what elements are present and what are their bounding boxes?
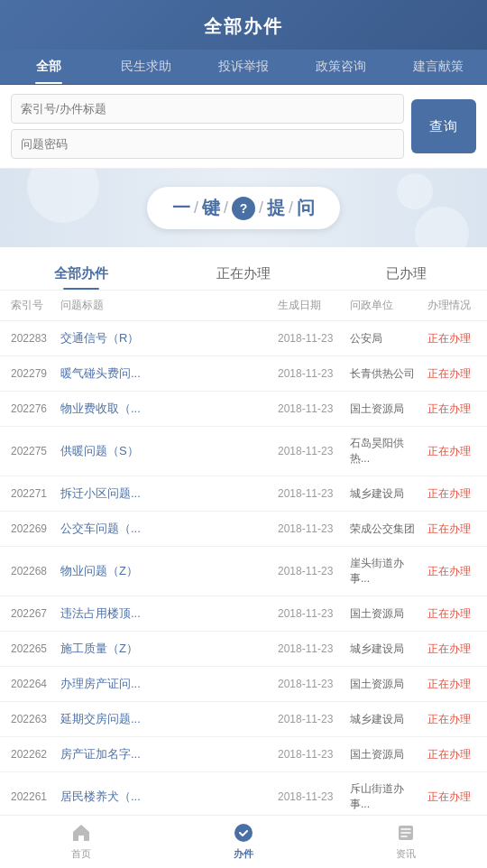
cell-date: 2018-11-23	[278, 678, 350, 690]
cell-id: 202265	[11, 642, 60, 655]
tab-minsheng[interactable]: 民生求助	[97, 50, 195, 84]
cell-status: 正在办理	[422, 564, 476, 579]
cell-title: 房产证加名字...	[60, 746, 278, 762]
tab-all[interactable]: 全部	[0, 50, 97, 84]
table-row[interactable]: 202269 公交车问题（... 2018-11-23 荣成公交集团 正在办理	[0, 512, 487, 547]
cell-id: 202268	[11, 565, 60, 577]
cell-id: 202275	[11, 445, 60, 457]
cell-dept: 公安局	[350, 331, 422, 346]
cell-status: 正在办理	[422, 642, 476, 657]
cell-date: 2018-11-23	[278, 607, 350, 620]
search-index-input[interactable]	[11, 94, 404, 124]
table-row[interactable]: 202264 办理房产证问... 2018-11-23 国土资源局 正在办理	[0, 667, 487, 702]
banner-deco-circle-3	[397, 173, 433, 209]
cell-id: 202271	[11, 487, 60, 500]
search-button[interactable]: 查询	[411, 99, 476, 153]
cell-dept: 城乡建设局	[350, 712, 422, 727]
cell-date: 2018-11-23	[278, 487, 350, 500]
page-header: 全部办件	[0, 0, 487, 50]
cell-status: 正在办理	[422, 331, 476, 346]
nav-work-label: 办件	[234, 847, 253, 861]
cell-status: 正在办理	[422, 712, 476, 727]
cell-date: 2018-11-23	[278, 332, 350, 345]
sub-tab-inprogress[interactable]: 正在办理	[162, 258, 325, 290]
table-row[interactable]: 202262 房产证加名字... 2018-11-23 国土资源局 正在办理	[0, 737, 487, 772]
work-icon	[232, 821, 255, 845]
cell-title: 施工质量（Z）	[60, 641, 278, 657]
cell-status: 正在办理	[422, 522, 476, 537]
tab-jianyan[interactable]: 建言献策	[390, 50, 487, 84]
cell-status: 正在办理	[422, 444, 476, 459]
table-row[interactable]: 202283 交通信号（R） 2018-11-23 公安局 正在办理	[0, 321, 487, 356]
cell-date: 2018-11-23	[278, 642, 350, 655]
cell-title: 延期交房问题...	[60, 711, 278, 727]
cell-dept: 长青供热公司	[350, 366, 422, 382]
cell-date: 2018-11-23	[278, 748, 350, 761]
cell-dept: 国土资源局	[350, 677, 422, 692]
cell-dept: 国土资源局	[350, 402, 422, 417]
cell-dept: 荣成公交集团	[350, 522, 422, 537]
cell-title: 公交车问题（...	[60, 521, 278, 537]
cell-id: 202269	[11, 522, 60, 535]
news-icon	[394, 821, 418, 845]
nav-news[interactable]: 资讯	[325, 821, 487, 861]
cell-id: 202283	[11, 332, 60, 345]
table-row[interactable]: 202276 物业费收取（... 2018-11-23 国土资源局 正在办理	[0, 392, 487, 427]
cell-date: 2018-11-23	[278, 367, 350, 380]
cell-status: 正在办理	[422, 486, 476, 502]
col-header-id: 索引号	[11, 298, 60, 313]
tab-tousu[interactable]: 投诉举报	[195, 50, 292, 84]
cell-dept: 崖头街道办事...	[350, 556, 422, 586]
tab-zhengce[interactable]: 政策咨询	[292, 50, 390, 84]
banner-char-1: 一	[172, 196, 190, 220]
banner-slash-1: /	[194, 199, 198, 217]
search-inputs	[11, 94, 404, 159]
cell-date: 2018-11-23	[278, 402, 350, 415]
banner: 一 / 键 / ? / 提 / 问	[0, 169, 487, 247]
banner-slash-2: /	[224, 199, 228, 217]
cell-status: 正在办理	[422, 790, 476, 805]
cell-dept: 石岛昊阳供热...	[350, 436, 422, 466]
cell-date: 2018-11-23	[278, 565, 350, 577]
cell-title: 交通信号（R）	[60, 330, 278, 346]
table-row[interactable]: 202268 物业问题（Z） 2018-11-23 崖头街道办事... 正在办理	[0, 547, 487, 596]
banner-deco-circle-2	[415, 207, 469, 247]
table-row[interactable]: 202265 施工质量（Z） 2018-11-23 城乡建设局 正在办理	[0, 632, 487, 667]
col-header-dept: 问政单位	[350, 298, 422, 313]
banner-question-icon: ?	[232, 197, 255, 220]
cell-date: 2018-11-23	[278, 522, 350, 535]
nav-work[interactable]: 办件	[162, 821, 325, 861]
table-header: 索引号 问题标题 生成日期 问政单位 办理情况	[0, 291, 487, 321]
table-body: 202283 交通信号（R） 2018-11-23 公安局 正在办理 20227…	[0, 321, 487, 868]
cell-title: 违法占用楼顶...	[60, 605, 278, 622]
sub-tabs: 全部办件 正在办理 已办理	[0, 247, 487, 291]
search-password-input[interactable]	[11, 129, 404, 159]
cell-dept: 城乡建设局	[350, 486, 422, 502]
banner-pill[interactable]: 一 / 键 / ? / 提 / 问	[147, 187, 340, 229]
cell-title: 拆迁小区问题...	[60, 485, 278, 502]
col-header-title: 问题标题	[60, 298, 278, 313]
col-header-status: 办理情况	[422, 298, 476, 313]
col-header-date: 生成日期	[278, 298, 350, 313]
banner-deco-circle-1	[27, 169, 99, 223]
sub-tab-all[interactable]: 全部办件	[0, 258, 162, 290]
cell-date: 2018-11-23	[278, 790, 350, 803]
table-row[interactable]: 202263 延期交房问题... 2018-11-23 城乡建设局 正在办理	[0, 702, 487, 737]
search-area: 查询	[0, 85, 487, 169]
home-icon	[69, 821, 93, 845]
banner-char-4: 问	[297, 196, 315, 220]
search-row: 查询	[11, 94, 476, 159]
nav-home[interactable]: 首页	[0, 821, 162, 861]
cell-date: 2018-11-23	[278, 713, 350, 725]
table-row[interactable]: 202271 拆迁小区问题... 2018-11-23 城乡建设局 正在办理	[0, 476, 487, 512]
cell-title: 居民楼养犬（...	[60, 789, 278, 805]
bottom-nav: 首页 办件 资讯	[0, 815, 487, 868]
cell-status: 正在办理	[422, 677, 476, 692]
table-row[interactable]: 202275 供暖问题（S） 2018-11-23 石岛昊阳供热... 正在办理	[0, 427, 487, 476]
cell-status: 正在办理	[422, 606, 476, 622]
sub-tab-done[interactable]: 已办理	[325, 258, 487, 290]
table-row[interactable]: 202267 违法占用楼顶... 2018-11-23 国土资源局 正在办理	[0, 596, 487, 632]
cell-dept: 城乡建设局	[350, 642, 422, 657]
nav-news-label: 资讯	[396, 847, 416, 861]
table-row[interactable]: 202279 暖气碰头费问... 2018-11-23 长青供热公司 正在办理	[0, 356, 487, 392]
